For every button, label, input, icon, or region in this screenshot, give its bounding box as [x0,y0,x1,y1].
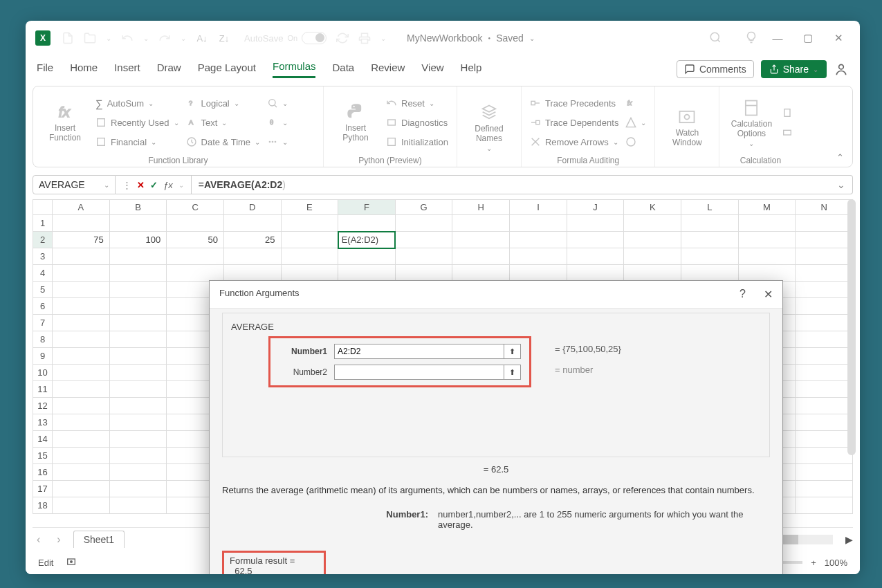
scroll-right-icon[interactable]: ▶ [845,534,853,545]
cell[interactable] [109,365,167,381]
undo-chevron-icon[interactable]: ⌄ [143,35,149,42]
row-header[interactable]: 10 [33,365,53,381]
cell[interactable] [796,248,853,265]
col-header[interactable]: B [109,200,167,215]
sheet-tab[interactable]: Sheet1 [73,531,125,548]
tab-help[interactable]: Help [461,62,482,77]
cell[interactable] [109,348,167,365]
file-chevron-icon[interactable]: ⌄ [529,35,535,42]
cell[interactable] [53,348,110,365]
cell[interactable]: 75 [53,232,110,248]
refresh-icon[interactable] [336,32,349,44]
cell[interactable] [53,448,110,464]
reset-button[interactable]: Reset⌄ [386,95,448,111]
cell[interactable] [109,414,167,431]
cell[interactable] [53,381,110,398]
evaluate-formula-button[interactable] [625,134,646,150]
cell[interactable]: 100 [109,232,167,248]
sheet-next-icon[interactable]: › [53,533,64,546]
cell[interactable] [738,215,796,232]
cell[interactable] [395,248,452,265]
sheet-prev-icon[interactable]: ‹ [33,533,44,546]
arg1-input[interactable] [334,344,504,359]
macro-record-icon[interactable] [66,556,77,569]
cell[interactable] [738,232,796,248]
name-box-chevron-icon[interactable]: ⌄ [104,181,109,189]
redo-icon[interactable] [158,32,171,44]
diagnostics-button[interactable]: Diagnostics [386,114,448,131]
col-header[interactable]: E [281,200,338,215]
cell[interactable]: 50 [167,232,224,248]
col-header[interactable]: D [223,200,281,215]
cell[interactable] [796,265,853,282]
cell[interactable] [681,265,739,282]
tab-review[interactable]: Review [371,62,405,77]
row-header[interactable]: 11 [33,381,53,398]
text-button[interactable]: AText⌄ [186,114,261,131]
cell[interactable] [567,232,624,248]
cell[interactable] [281,265,338,282]
initialization-button[interactable]: Initialization [386,134,448,150]
col-header[interactable]: M [738,200,796,215]
cell[interactable] [452,248,510,265]
remove-arrows-button[interactable]: Remove Arrows⌄ [530,134,618,150]
row-header[interactable]: 7 [33,315,53,331]
enter-formula-icon[interactable]: ✓ [150,180,158,190]
cell[interactable] [796,365,853,381]
tab-data[interactable]: Data [332,62,354,77]
cell[interactable] [223,215,281,232]
cell[interactable] [53,481,110,497]
row-header[interactable]: 1 [33,215,53,232]
col-header[interactable]: A [53,200,110,215]
cell[interactable] [796,431,853,448]
cell[interactable] [510,215,567,232]
cell[interactable] [796,282,853,298]
cell[interactable]: E(A2:D2) [338,232,396,248]
tab-insert[interactable]: Insert [114,62,140,77]
insert-function-button[interactable]: fx Insert Function [42,91,89,154]
cell[interactable] [109,265,167,282]
cell[interactable] [109,448,167,464]
show-formulas-button[interactable]: fx [625,95,646,111]
vertical-scrollbar[interactable] [847,199,856,455]
cell[interactable] [510,265,567,282]
fx-chevron-icon[interactable]: ⌄ [178,181,184,189]
cell[interactable] [796,448,853,464]
cell[interactable] [281,232,338,248]
more-functions-button[interactable]: ⌄ [267,134,288,150]
cell[interactable] [53,464,110,481]
cell[interactable] [796,464,853,481]
cell[interactable] [796,497,853,514]
cell[interactable] [109,248,167,265]
cell[interactable] [452,215,510,232]
cell[interactable] [109,215,167,232]
row-header[interactable]: 4 [33,265,53,282]
row-header[interactable]: 2 [33,232,53,248]
row-header[interactable]: 9 [33,348,53,365]
error-checking-button[interactable]: ⌄ [625,114,646,131]
tab-home[interactable]: Home [70,62,98,77]
print-icon[interactable] [358,32,371,44]
row-header[interactable]: 17 [33,481,53,497]
watch-window-button[interactable]: Watch Window [663,91,710,164]
cell[interactable] [681,248,739,265]
cell[interactable] [796,232,853,248]
row-header[interactable]: 12 [33,398,53,414]
open-icon[interactable] [84,32,96,44]
cell[interactable] [395,265,452,282]
cell[interactable] [109,315,167,331]
minimize-icon[interactable]: — [771,33,784,44]
tab-file[interactable]: File [37,62,53,77]
col-header[interactable]: J [567,200,624,215]
cell[interactable] [109,298,167,315]
cell[interactable] [796,381,853,398]
cell[interactable] [167,265,224,282]
toggle-icon[interactable] [302,32,327,44]
cell[interactable] [109,431,167,448]
cell[interactable] [796,481,853,497]
cell[interactable] [624,248,681,265]
formula-input[interactable]: = AVERAGE( A2:D2 ) ⌄ [192,175,853,194]
sort-asc-icon[interactable]: A↓ [196,32,208,44]
new-file-icon[interactable] [62,32,74,44]
cell[interactable] [796,331,853,348]
